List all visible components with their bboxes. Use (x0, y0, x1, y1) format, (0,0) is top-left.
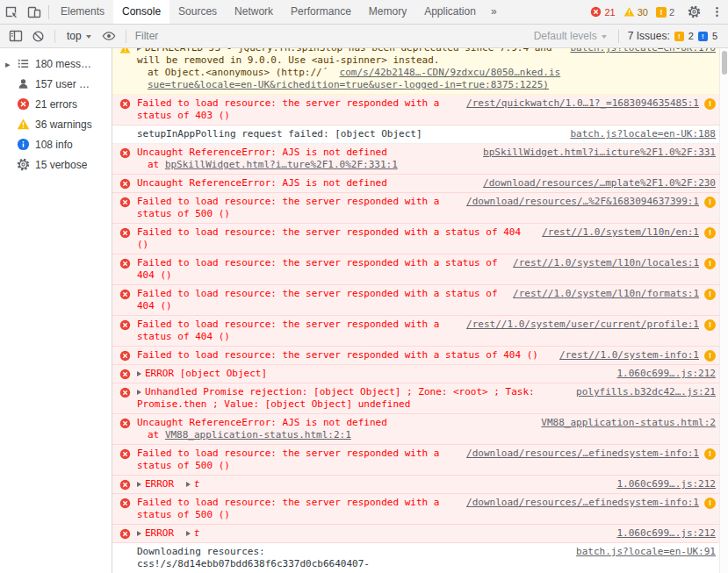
message-text: Failed to load resource: the server resp… (137, 448, 459, 472)
message-body: Failed to load resource: the server resp… (137, 226, 535, 251)
related-issue-icon[interactable] (704, 448, 716, 460)
toggle-console-sidebar-button[interactable] (4, 25, 26, 47)
source-location-link[interactable]: /download/resources/…efinedsystem-info:1 (466, 497, 699, 509)
tab-performance[interactable]: Performance (282, 0, 360, 24)
inspect-element-button[interactable] (0, 0, 23, 24)
source-location-link[interactable]: /download/resources/…mplate%2F1.0%2F:230 (483, 177, 716, 190)
error-icon (118, 319, 132, 331)
source-location-link[interactable]: /rest//1.0/system/l10n/locales:1 (513, 257, 699, 269)
sidebar-panel-icon (9, 29, 23, 43)
issues-button[interactable]: 2 (656, 7, 674, 18)
more-tabs-button[interactable]: » (485, 0, 503, 24)
expand-triangle-icon[interactable] (186, 482, 191, 487)
stack-prefix: at (148, 159, 165, 170)
console-panel: 180 messages 157 user messages 21 errors… (0, 48, 728, 573)
sidebar-item-verbose[interactable]: 15 verbose (0, 154, 112, 175)
console-warnings-badge[interactable]: 30 (623, 6, 648, 18)
settings-button[interactable] (682, 0, 705, 24)
console-message: setupInAppPolling request failed: [objec… (112, 125, 719, 144)
tab-console[interactable]: Console (113, 0, 169, 24)
log-levels-dropdown[interactable]: Default levels (528, 30, 613, 42)
scrollbar-thumb[interactable] (722, 51, 727, 75)
expand-triangle-icon[interactable] (137, 371, 141, 376)
expand-triangle-icon[interactable] (137, 48, 141, 51)
related-issue-icon[interactable] (704, 227, 716, 239)
page-error-issue-icon (698, 32, 708, 41)
related-issue-icon[interactable] (704, 197, 716, 208)
source-location-link[interactable]: /rest/quickwatch/1.0…1?_=1683094635485:1 (466, 97, 699, 110)
related-issue-icon[interactable] (704, 258, 716, 269)
sidebar-item-user-messages[interactable]: 157 user messages (0, 74, 112, 94)
sidebar-item-info[interactable]: 108 info (0, 134, 112, 154)
message-body: Uncaught ReferenceError: AJS is not defi… (137, 417, 534, 441)
source-location-link[interactable]: /rest//1.0/system/user/current/profile:1 (466, 319, 699, 331)
console-message: Failed to load resource: the server resp… (112, 445, 719, 476)
message-text: Uncaught ReferenceError: AJS is not defi… (137, 147, 476, 159)
source-location-link[interactable]: 1.060c699….js:212 (616, 527, 716, 540)
warning-count: 30 (638, 7, 648, 18)
tab-application[interactable]: Application (415, 0, 485, 24)
related-issue-icon[interactable] (704, 350, 716, 362)
console-errors-badge[interactable]: 21 (590, 6, 615, 18)
source-location-link[interactable]: 1.060c699….js:212 (616, 478, 716, 491)
tab-elements[interactable]: Elements (52, 0, 113, 24)
error-count: 21 (604, 7, 615, 18)
error-icon (118, 478, 132, 491)
chevron-down-icon (86, 35, 91, 41)
object-preview[interactable]: t (194, 527, 200, 539)
message-text: Unhandled Promise rejection: [object Obj… (137, 386, 569, 411)
related-issue-icon[interactable] (704, 319, 716, 331)
source-location-link[interactable]: batch.js?locale=en-UK:176 (570, 48, 716, 54)
source-location-link[interactable]: batch.js?locale=en-UK:91 (576, 546, 716, 558)
toggle-device-toolbar-button[interactable] (23, 0, 46, 24)
source-location-link[interactable]: bpSkillWidget.html?i…icture%2F1.0%2F:331 (483, 147, 716, 159)
stack-frame: at VM88_application-status.html:2:1 (137, 429, 534, 441)
message-text: ERROR [object Object] (137, 368, 609, 380)
console-message: Failed to load resource: the server resp… (112, 494, 719, 525)
source-location-link[interactable]: polyfills.b32dc42….js:21 (576, 386, 716, 398)
expand-triangle-icon[interactable] (137, 390, 141, 395)
message-body: ERROR t (137, 527, 609, 540)
source-location-link[interactable]: /rest//1.0/system/l10n/formats:1 (513, 288, 699, 300)
source-location-link[interactable]: /rest//1.0/system-info:1 (559, 349, 699, 362)
info-icon (17, 138, 30, 151)
expand-triangle-icon[interactable] (137, 482, 141, 487)
source-location-link[interactable]: VM88_application-status.html:2 (541, 417, 716, 429)
source-location-link[interactable]: /download/resources/…efinedsystem-info:1 (466, 448, 699, 460)
create-live-expression-button[interactable] (98, 25, 120, 47)
javascript-context-dropdown[interactable]: top (61, 30, 97, 42)
expand-triangle-icon[interactable] (186, 531, 191, 536)
sidebar-item-errors[interactable]: 21 errors (0, 94, 112, 114)
page-error-count: 5 (712, 31, 717, 41)
console-message: Uncaught ReferenceError: AJS is not defi… (112, 144, 719, 175)
issues-counter[interactable]: 7 Issues: 2 5 (624, 30, 724, 42)
stack-location-link[interactable]: bpSkillWidget.html?i…ture%2F1.0%2F:331:1 (165, 159, 398, 170)
clear-console-button[interactable] (27, 25, 49, 47)
console-message: Unhandled Promise rejection: [object Obj… (112, 383, 719, 414)
console-scrollbar[interactable] (719, 48, 728, 573)
source-location-link[interactable]: batch.js?locale=en-UK:188 (570, 128, 716, 140)
sidebar-item-warnings[interactable]: 36 warnings (0, 114, 112, 134)
related-issue-icon[interactable] (704, 98, 716, 110)
tab-sources[interactable]: Sources (169, 0, 226, 24)
devtools-menu-button[interactable] (705, 0, 728, 24)
breaking-change-issue-icon (674, 32, 684, 41)
tab-memory[interactable]: Memory (360, 0, 415, 24)
filter-input[interactable] (132, 30, 334, 42)
sidebar-item-messages[interactable]: 180 messages (0, 54, 112, 74)
tab-network[interactable]: Network (226, 0, 282, 24)
source-location-link[interactable]: 1.060c699….js:212 (616, 368, 716, 380)
source-location-link[interactable]: /download/resources/…%2F&1683094637399:1 (466, 196, 699, 208)
toolbar-divider (618, 30, 619, 43)
expand-arrow-icon[interactable] (5, 58, 17, 70)
expand-triangle-icon[interactable] (137, 531, 141, 536)
sidebar-item-label: 36 warnings (35, 118, 92, 131)
related-issue-icon[interactable] (704, 289, 716, 300)
related-issue-icon[interactable] (704, 498, 716, 509)
stack-location-link[interactable]: VM88_application-status.html:2:1 (165, 429, 351, 440)
message-text: Failed to load resource: the server resp… (137, 226, 535, 251)
source-location-link[interactable]: /rest//1.0/system/l10n/en:1 (542, 226, 699, 239)
list-icon (17, 57, 30, 70)
object-preview[interactable]: t (194, 478, 200, 490)
message-body: Failed to load resource: the server resp… (137, 288, 506, 312)
